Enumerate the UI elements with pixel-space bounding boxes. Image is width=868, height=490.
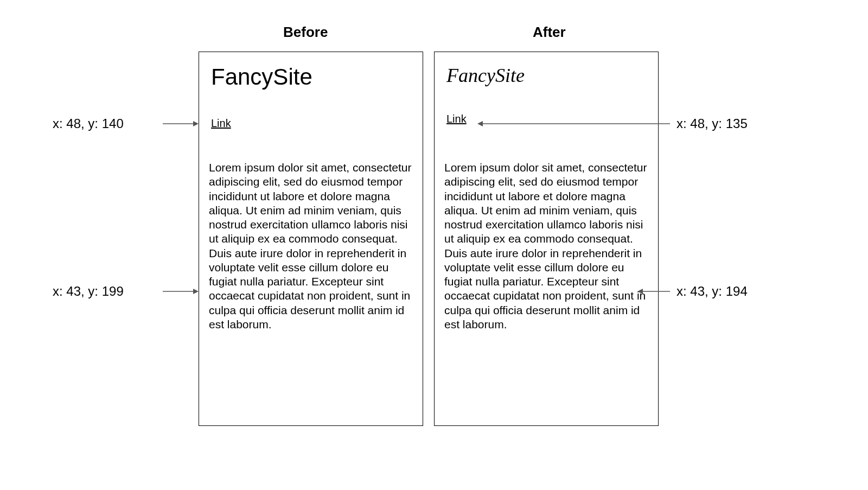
arrow-left-icon (637, 287, 670, 296)
body-text-before: Lorem ipsum dolor sit amet, consectetur … (209, 161, 418, 332)
heading-before: Before (283, 24, 328, 41)
annotation-before-body: x: 43, y: 199 (53, 284, 124, 299)
annotation-after-body: x: 43, y: 194 (676, 284, 748, 299)
site-title-after: FancySite (446, 64, 525, 87)
annotation-before-link: x: 48, y: 140 (53, 116, 124, 131)
body-text-after: Lorem ipsum dolor sit amet, consectetur … (444, 161, 653, 332)
arrow-right-icon (163, 287, 199, 296)
link-before[interactable]: Link (211, 117, 231, 130)
svg-marker-1 (193, 121, 199, 126)
annotation-after-link: x: 48, y: 135 (676, 116, 748, 131)
svg-marker-3 (193, 289, 199, 294)
link-after[interactable]: Link (446, 113, 467, 125)
site-title-before: FancySite (211, 64, 312, 90)
arrow-left-icon (477, 119, 670, 128)
heading-after: After (533, 24, 566, 41)
panel-after: FancySite Link Lorem ipsum dolor sit ame… (434, 52, 659, 426)
svg-marker-5 (477, 121, 483, 126)
panel-before: FancySite Link Lorem ipsum dolor sit ame… (199, 52, 423, 426)
arrow-right-icon (163, 119, 199, 128)
svg-marker-7 (637, 289, 643, 294)
